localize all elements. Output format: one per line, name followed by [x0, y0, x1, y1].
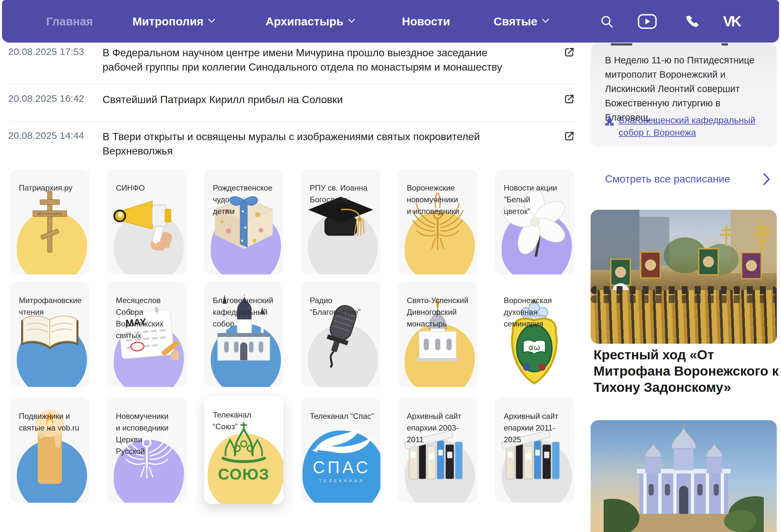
procession-banner — [741, 252, 762, 279]
news-item[interactable]: 20.08.2025 17:53 В Федеральном научном ц… — [8, 46, 576, 74]
nav-item-label: Митрополия — [132, 15, 203, 28]
banner-title: Воронежская духовная семинария — [504, 295, 569, 330]
church-icon — [604, 116, 615, 128]
divider — [8, 121, 576, 122]
church-photo[interactable] — [591, 420, 777, 532]
news-title[interactable]: В Федеральном научном центре имени Мичур… — [102, 46, 563, 74]
schedule-announcement[interactable]: В Неделю 11-ю по Пятидесятнице митрополи… — [605, 53, 770, 125]
news-datetime: 20.08.2025 17:53 — [8, 46, 102, 57]
banner-card-ascetics-vob[interactable]: Подвижники и святые на vob.ru — [10, 397, 89, 503]
banner-title: Воронежские новомученики и исповедники — [407, 182, 472, 217]
banner-title: РПУ св. Иоанна Богослова — [310, 182, 375, 206]
banner-title: Архивный сайт епархии 2011-2025 — [504, 410, 569, 445]
news-title[interactable]: В Твери открыты и освящены муралы с изоб… — [102, 129, 563, 158]
svg-text:αω: αω — [529, 343, 540, 352]
gold-cross-icon — [753, 221, 772, 250]
nav-item-news[interactable]: Новости — [402, 0, 450, 43]
svg-text:СПАС: СПАС — [313, 458, 371, 477]
clipped-text-fragment — [722, 43, 728, 46]
phone-icon[interactable] — [685, 0, 700, 43]
news-item[interactable]: 20.08.2025 14:44 В Твери открыты и освящ… — [8, 129, 576, 158]
nav-item-label: Новости — [402, 15, 450, 28]
nav-item-label: Главная — [46, 15, 93, 28]
banner-card-sinfo[interactable]: СИНФО — [107, 169, 187, 274]
open-book-icon — [17, 312, 82, 357]
crowd — [591, 290, 777, 344]
banner-card-new-martyrs[interactable]: Новомученики и исповедники Церкви Русско… — [107, 397, 187, 503]
banner-title: Телеканал “Союз” — [213, 409, 278, 433]
orthodox-cross-icon: ВЕЧНАЯ ПАМЯТЬ — [30, 190, 69, 254]
nav-item-label: Архипастырь — [265, 15, 343, 28]
banner-title: Митрофановские чтения — [19, 295, 84, 318]
banner-card-seminary[interactable]: Воронежская духовная семинария αω — [495, 281, 574, 387]
chevron-down-icon — [348, 16, 355, 23]
divider — [8, 84, 576, 85]
banner-card-archive-2011[interactable]: Архивный сайт епархии 2011-2025 — [495, 397, 574, 503]
banner-card-divnogorsk-monastery[interactable]: Свято-Успенский Дивногорский монастырь — [398, 281, 478, 387]
feature-heading[interactable]: Крестный ход «От Митрофана Воронежского … — [593, 347, 780, 395]
church-illustration — [604, 424, 764, 532]
news-datetime: 20.08.2025 14:44 — [8, 129, 102, 141]
schedule-card[interactable]: В Неделю 11-ю по Пятидесятнице митрополи… — [591, 43, 777, 147]
external-link-icon[interactable] — [563, 46, 576, 60]
banner-title: Патриархия.ру — [19, 182, 84, 194]
news-title[interactable]: Святейший Патриарх Кирилл прибыл на Соло… — [102, 92, 563, 107]
banner-card-christmas-miracle[interactable]: Рождественское чудо детям — [204, 169, 283, 274]
banner-title: Месяцеслов Собора Воронежских святых — [116, 295, 181, 342]
external-link-icon[interactable] — [563, 129, 576, 144]
banner-card-white-flower[interactable]: Новости акции "Белый цветок" — [495, 169, 574, 274]
banner-card-mitrofan-readings[interactable]: Митрофановские чтения — [10, 281, 89, 387]
view-all-schedule-link[interactable]: Смотреть все расписание — [605, 173, 730, 185]
chevron-right-icon[interactable] — [763, 172, 771, 187]
page: Главная Митрополия Архипастырь Новости С… — [0, 0, 781, 532]
chevron-down-icon — [208, 16, 215, 23]
search-icon[interactable] — [600, 0, 614, 43]
procession-banner — [610, 259, 631, 286]
procession-banner — [640, 251, 661, 279]
schedule-location-link[interactable]: Благовещенский кафедральный собор г. Вор… — [619, 114, 758, 139]
spas-logo-icon: СПАС ТЕЛЕКАНАЛ — [301, 420, 380, 492]
procession-photo[interactable] — [591, 210, 777, 344]
banner-title: Благовещенский кафедральный собор — [213, 295, 278, 330]
news-datetime: 20.08.2025 16:42 — [8, 92, 102, 104]
nav-item-home[interactable]: Главная — [46, 0, 93, 43]
nav-item-saints[interactable]: Святые — [494, 0, 548, 43]
banner-card-radio[interactable]: Радио “Благовестие” — [301, 281, 380, 387]
banner-title: Новомученики и исповедники Церкви Русско… — [116, 410, 181, 457]
main-navigation: Главная Митрополия Архипастырь Новости С… — [2, 0, 779, 43]
gold-cross-icon — [719, 225, 734, 246]
news-item[interactable]: 20.08.2025 16:42 Святейший Патриарх Кири… — [8, 92, 576, 107]
svg-text:VK: VK — [723, 14, 742, 29]
nav-item-mitropolia[interactable]: Митрополия — [132, 0, 214, 43]
banner-title: Свято-Успенский Дивногорский монастырь — [407, 295, 472, 330]
banner-card-spas-tv[interactable]: Телеканал “Спас” СПАС ТЕЛЕКАНАЛ — [301, 397, 380, 503]
procession-banner — [698, 248, 719, 275]
banner-card-archive-2003[interactable]: Архивный сайт епархии 2003-2011 — [398, 397, 478, 503]
clipped-text-fragment — [611, 43, 632, 46]
banner-title: Новости акции "Белый цветок" — [504, 182, 569, 217]
megaphone-icon — [113, 192, 181, 251]
nav-item-label: Святые — [494, 15, 537, 28]
banner-card-voronezh-martyrs[interactable]: Воронежские новомученики и исповедники — [398, 169, 478, 274]
banner-title: Рождественское чудо детям — [213, 182, 278, 217]
svg-text:ВЕЧНАЯ ПАМЯТЬ: ВЕЧНАЯ ПАМЯТЬ — [37, 212, 62, 216]
banner-card-annunciation-cathedral[interactable]: Благовещенский кафедральный собор — [204, 281, 283, 387]
external-link-icon[interactable] — [563, 92, 576, 107]
banner-title: Подвижники и святые на vob.ru — [19, 410, 84, 434]
banner-title: Архивный сайт епархии 2003-2011 — [407, 410, 472, 445]
banner-card-soyuz-tv[interactable]: Телеканал “Союз” СОЮЗ — [204, 396, 283, 504]
banner-card-rpu[interactable]: РПУ св. Иоанна Богослова — [301, 169, 380, 274]
vk-icon[interactable]: VK — [723, 0, 744, 43]
banner-title: Радио “Благовестие” — [310, 295, 375, 318]
banner-card-patriarchia[interactable]: Патриархия.ру ВЕЧНАЯ ПАМЯТЬ — [10, 169, 89, 274]
nav-item-archipastor[interactable]: Архипастырь — [265, 0, 354, 43]
youtube-icon[interactable] — [637, 0, 657, 43]
banner-title: СИНФО — [116, 182, 181, 194]
svg-text:СОЮЗ: СОЮЗ — [218, 466, 270, 483]
banner-card-menologion[interactable]: Месяцеслов Собора Воронежских святых MAY — [107, 281, 187, 387]
chevron-down-icon — [542, 16, 549, 23]
svg-text:ТЕЛЕКАНАЛ: ТЕЛЕКАНАЛ — [319, 478, 365, 483]
banner-title: Телеканал “Спас” — [310, 410, 375, 422]
